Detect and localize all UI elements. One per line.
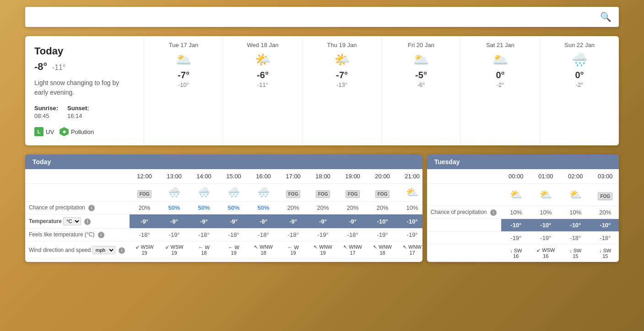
- forecast-date: Thu 19 Jan: [307, 42, 377, 48]
- hour-label: 00:00: [501, 169, 531, 184]
- forecast-icon: 🌥️: [149, 52, 218, 67]
- wind-label: Wind direction and speed mphkm/h i: [25, 241, 130, 259]
- today-panel: Today -8° -11° Light snow changing to fo…: [25, 36, 144, 145]
- forecast-icon: 🌤️: [307, 52, 377, 67]
- forecast-day[interactable]: Fri 20 Jan 🌥️ -5° -6°: [381, 36, 460, 145]
- feels-like-value: -18°: [189, 229, 219, 241]
- weather-icon-cell: 🌨️: [159, 184, 189, 202]
- temp-value: -10°: [561, 219, 590, 232]
- fog-icon: FOG: [375, 190, 390, 198]
- precip-info-icon[interactable]: i: [88, 205, 95, 211]
- feels-info-icon[interactable]: i: [98, 232, 104, 238]
- feels-like-value: -19°: [159, 229, 189, 241]
- weather-icon-cell: FOG: [130, 184, 159, 202]
- fog-icon: FOG: [137, 190, 152, 198]
- precip-value: 20%: [338, 202, 368, 214]
- fog-icon: FOG: [286, 190, 301, 198]
- hour-label: 01:00: [531, 169, 561, 184]
- forecast-low: -13°: [307, 81, 377, 88]
- forecast-day[interactable]: Thu 19 Jan 🌤️ -7° -13°: [302, 36, 381, 145]
- today-description: Light snow changing to fog by early even…: [34, 78, 135, 97]
- search-button[interactable]: 🔍: [600, 11, 612, 22]
- forecast-day[interactable]: Sat 21 Jan 🌥️ 0° -2°: [460, 36, 540, 145]
- feels-like-value: -18°: [130, 229, 159, 241]
- temp-value: -10°: [368, 214, 397, 229]
- hour-label: 17:00: [278, 169, 308, 184]
- sunrise-label: Sunrise:: [34, 105, 58, 112]
- hourly-table: 12:0013:0014:0015:0016:0017:0018:0019:00…: [25, 169, 422, 259]
- wind-value: ↖ WNW18: [368, 241, 397, 259]
- wind-value: ↓ SW15: [561, 245, 590, 262]
- feels-like-value: -19°: [397, 229, 422, 241]
- hour-label: 12:00: [130, 169, 159, 184]
- hour-label: 13:00: [159, 169, 189, 184]
- feels-like-value: -18°: [278, 229, 308, 241]
- forecast-high: -6°: [228, 70, 298, 80]
- precip-value: 20%: [308, 202, 338, 214]
- precip-value: 50%: [159, 202, 189, 214]
- today-high: -8°: [34, 61, 47, 72]
- fog-icon: FOG: [316, 190, 330, 198]
- precip-label: Chance of precipitation i: [427, 206, 501, 219]
- pollution-label: Pollution: [71, 128, 94, 135]
- today-temps: -8° -11°: [34, 61, 135, 73]
- weather-icon-cell: FOG: [308, 184, 338, 202]
- sunrise-info: Sunrise: 08:45: [34, 105, 58, 120]
- hour-label: 18:00: [308, 169, 338, 184]
- wind-value: ↙ WSW16: [531, 245, 561, 262]
- wind-value: ↙ WSW19: [159, 241, 189, 259]
- sunset-time: 16:14: [67, 112, 82, 119]
- forecast-low: -2°: [465, 81, 535, 88]
- forecast-day[interactable]: Sun 22 Jan 🌧️ 0° -2°: [540, 36, 619, 145]
- forecast-low: -6°: [386, 81, 456, 88]
- forecast-high: 0°: [545, 70, 614, 80]
- hour-label: 20:00: [368, 169, 397, 184]
- precip-label: Chance of precipitation i: [25, 202, 130, 214]
- badges: L UV ◆ Pollution: [34, 127, 135, 136]
- forecast-day[interactable]: Wed 18 Jan 🌤️ -6° -11°: [223, 36, 302, 145]
- weather-icon-cell: ⛅: [397, 184, 422, 202]
- sunrise-time: 08:45: [34, 112, 49, 119]
- hour-label: 02:00: [561, 169, 590, 184]
- hourly-table: 00:0001:0002:0003:0004:00⛅⛅⛅FOG▶Chance o…: [427, 169, 619, 262]
- precip-value: 10%: [501, 206, 531, 219]
- precip-value: 50%: [249, 202, 278, 214]
- temp-value: -9°: [159, 214, 189, 229]
- forecast-day[interactable]: Tue 17 Jan 🌥️ -7° -10°: [144, 36, 223, 145]
- today-low: -11°: [52, 64, 66, 71]
- temp-value: -10°: [590, 219, 619, 232]
- pollution-icon: ◆: [60, 127, 69, 136]
- hour-label: 14:00: [189, 169, 219, 184]
- search-bar: Ben Nevis (Highland) 🔍: [25, 7, 619, 27]
- feels-like-value: -18°: [338, 229, 368, 241]
- feels-like-value: -18°: [249, 229, 278, 241]
- temp-info-icon[interactable]: i: [84, 219, 91, 225]
- wind-value: ↖ WNW18: [249, 241, 278, 259]
- feels-like-label: Feels like temperature (°C) i: [25, 229, 130, 241]
- precip-value: 10%: [561, 206, 590, 219]
- wind-unit-select[interactable]: mphkm/h: [92, 246, 115, 254]
- forecast-high: -5°: [386, 70, 456, 80]
- wind-info-icon[interactable]: i: [119, 247, 125, 254]
- hour-label: 21:00: [397, 169, 422, 184]
- forecast-icon: 🌥️: [386, 52, 456, 67]
- feels-like-value: -19°: [368, 229, 397, 241]
- hourly-header: Tuesday: [427, 155, 619, 169]
- temp-unit-select[interactable]: °C°F: [63, 217, 81, 225]
- search-input[interactable]: Ben Nevis (Highland): [32, 12, 600, 22]
- feels-like-value: -19°: [501, 232, 531, 245]
- wind-value: ↓ SW15: [590, 245, 619, 262]
- wind-value: ↖ WNW17: [397, 241, 422, 259]
- sun-info: Sunrise: 08:45 Sunset: 16:14: [34, 105, 135, 120]
- precip-value: 20%: [590, 206, 619, 219]
- hour-label: 16:00: [249, 169, 278, 184]
- fog-icon: FOG: [598, 192, 612, 200]
- precip-info-icon[interactable]: i: [490, 209, 497, 216]
- wind-value: ← W19: [278, 241, 308, 259]
- temp-value: -9°: [338, 214, 368, 229]
- weather-icon-cell: 🌨️: [189, 184, 219, 202]
- wind-value: ↓ SW16: [501, 245, 531, 262]
- weather-icon-cell: ⛅: [501, 184, 531, 206]
- forecast-date: Sat 21 Jan: [465, 42, 535, 48]
- forecast-low: -10°: [149, 81, 218, 88]
